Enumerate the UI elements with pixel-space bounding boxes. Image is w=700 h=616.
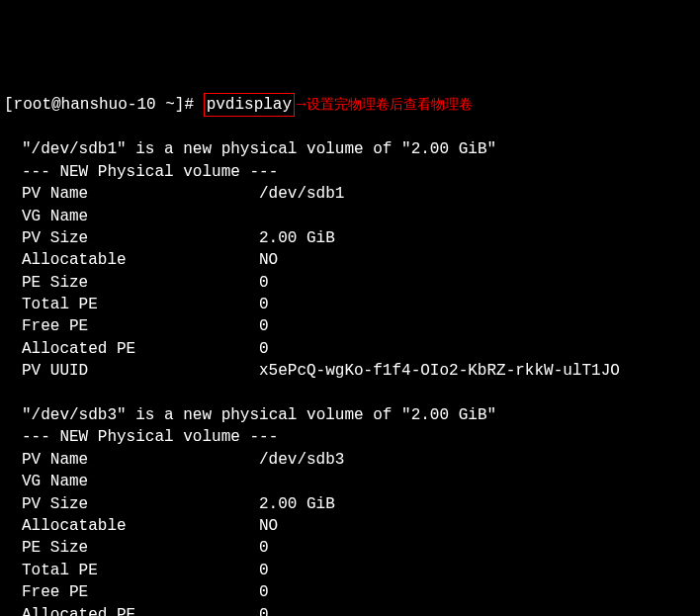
field-value: 2.00 GiB xyxy=(259,227,696,249)
prompt-prefix: [root@hanshuo-10 ~]# xyxy=(4,94,204,116)
field-value: x5ePcQ-wgKo-f1f4-OIo2-KbRZ-rkkW-ulT1JO xyxy=(259,360,696,382)
field-label: VG Name xyxy=(22,471,259,492)
field-label: Total PE xyxy=(22,294,259,315)
field-value: 0 xyxy=(259,537,696,559)
field-row: AllocatableNO xyxy=(4,515,696,537)
field-label: PE Size xyxy=(22,537,259,559)
volume-section-header: --- NEW Physical volume --- xyxy=(4,161,696,183)
field-value: NO xyxy=(259,249,696,271)
annotation-text: 设置完物理卷后查看物理卷 xyxy=(306,95,473,115)
field-label: PV UUID xyxy=(22,360,259,382)
field-value: 0 xyxy=(259,294,696,315)
field-row: AllocatableNO xyxy=(4,249,696,271)
field-value: 0 xyxy=(259,604,696,616)
field-value: 0 xyxy=(259,560,696,581)
field-label: Allocatable xyxy=(22,249,259,271)
field-label: Total PE xyxy=(22,560,259,581)
blank-line xyxy=(4,383,696,404)
field-label: PV Name xyxy=(22,183,259,205)
field-row: Allocated PE0 xyxy=(4,338,696,360)
field-value: NO xyxy=(259,515,696,537)
field-row: Free PE0 xyxy=(4,581,696,603)
field-row: Free PE0 xyxy=(4,315,696,337)
field-label: Allocatable xyxy=(22,515,259,537)
arrow-icon: → xyxy=(297,94,306,116)
field-row: VG Name xyxy=(4,471,696,492)
volume-section-header: --- NEW Physical volume --- xyxy=(4,426,696,448)
field-value: 0 xyxy=(259,272,696,294)
field-row: Allocated PE0 xyxy=(4,604,696,616)
field-row: PV Size2.00 GiB xyxy=(4,493,696,515)
field-label: PE Size xyxy=(22,272,259,294)
field-value: 0 xyxy=(259,338,696,360)
field-label: Free PE xyxy=(22,581,259,603)
field-value xyxy=(259,471,696,492)
field-label: Allocated PE xyxy=(22,338,259,360)
volume-header: "/dev/sdb1" is a new physical volume of … xyxy=(4,138,696,160)
field-row: PE Size0 xyxy=(4,272,696,294)
field-label: Allocated PE xyxy=(22,604,259,616)
field-value xyxy=(259,206,696,227)
volume-header: "/dev/sdb3" is a new physical volume of … xyxy=(4,404,696,426)
field-row: PV Size2.00 GiB xyxy=(4,227,696,249)
field-label: VG Name xyxy=(22,206,259,227)
field-value: 0 xyxy=(259,581,696,603)
field-label: Free PE xyxy=(22,315,259,337)
field-value: 0 xyxy=(259,315,696,337)
field-row: PV Name/dev/sdb1 xyxy=(4,183,696,205)
field-row: Total PE0 xyxy=(4,294,696,315)
field-value: /dev/sdb3 xyxy=(259,449,696,471)
field-value: /dev/sdb1 xyxy=(259,183,696,205)
command-text: pvdisplay xyxy=(207,96,292,114)
field-row: VG Name xyxy=(4,206,696,227)
command-highlight-box: pvdisplay xyxy=(204,93,295,117)
field-value: 2.00 GiB xyxy=(259,493,696,515)
field-row: PV Name/dev/sdb3 xyxy=(4,449,696,471)
field-label: PV Size xyxy=(22,227,259,249)
field-row: PE Size0 xyxy=(4,537,696,559)
field-label: PV Name xyxy=(22,449,259,471)
command-prompt-line: [root@hanshuo-10 ~]# pvdisplay→设置完物理卷后查看… xyxy=(4,93,696,117)
terminal-output: "/dev/sdb1" is a new physical volume of … xyxy=(4,138,696,616)
field-row: PV UUIDx5ePcQ-wgKo-f1f4-OIo2-KbRZ-rkkW-u… xyxy=(4,360,696,382)
field-row: Total PE0 xyxy=(4,560,696,581)
field-label: PV Size xyxy=(22,493,259,515)
